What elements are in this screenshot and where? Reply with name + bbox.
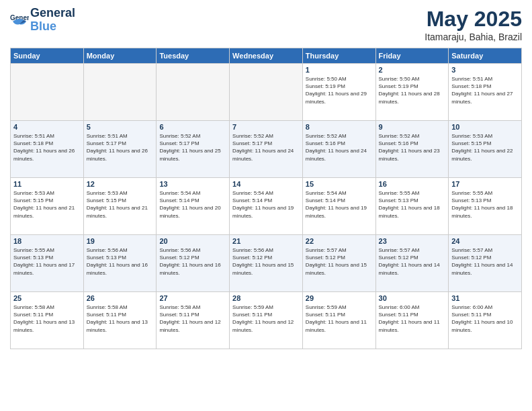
day-info: Sunrise: 5:53 AMSunset: 5:15 PMDaylight:…: [13, 189, 81, 220]
day-number: 14: [232, 180, 300, 188]
day-info: Sunrise: 5:52 AMSunset: 5:16 PMDaylight:…: [379, 132, 446, 163]
day-number: 5: [87, 123, 154, 131]
day-info: Sunrise: 5:54 AMSunset: 5:14 PMDaylight:…: [306, 189, 373, 220]
calendar-cell: 8Sunrise: 5:52 AMSunset: 5:16 PMDaylight…: [302, 121, 375, 178]
day-number: 31: [451, 294, 519, 302]
col-tuesday: Tuesday: [157, 48, 230, 64]
logo: General GeneralBlue: [10, 7, 75, 34]
day-number: 23: [379, 237, 446, 245]
col-saturday: Saturday: [449, 48, 522, 64]
calendar-cell: 22Sunrise: 5:57 AMSunset: 5:12 PMDayligh…: [302, 235, 375, 292]
col-thursday: Thursday: [302, 48, 375, 64]
day-number: 9: [379, 123, 446, 131]
calendar-cell: 1Sunrise: 5:50 AMSunset: 5:19 PMDaylight…: [302, 64, 375, 121]
day-number: 29: [306, 294, 373, 302]
day-number: 1: [306, 66, 373, 74]
day-number: 12: [87, 180, 154, 188]
page-container: General GeneralBlue May 2025 Itamaraju, …: [0, 0, 532, 356]
day-number: 3: [451, 66, 519, 74]
day-info: Sunrise: 5:56 AMSunset: 5:12 PMDaylight:…: [232, 246, 300, 277]
day-info: Sunrise: 5:56 AMSunset: 5:13 PMDaylight:…: [87, 246, 154, 277]
calendar-week-5: 25Sunrise: 5:58 AMSunset: 5:11 PMDayligh…: [11, 292, 522, 349]
day-number: 4: [13, 123, 81, 131]
calendar-cell: 24Sunrise: 5:57 AMSunset: 5:12 PMDayligh…: [449, 235, 522, 292]
day-number: 17: [451, 180, 519, 188]
day-number: 22: [306, 237, 373, 245]
day-info: Sunrise: 5:53 AMSunset: 5:15 PMDaylight:…: [451, 132, 519, 163]
day-number: 26: [87, 294, 154, 302]
col-monday: Monday: [83, 48, 157, 64]
day-number: 6: [159, 123, 226, 131]
col-sunday: Sunday: [11, 48, 84, 64]
day-info: Sunrise: 5:51 AMSunset: 5:18 PMDaylight:…: [451, 75, 519, 105]
calendar-cell: 9Sunrise: 5:52 AMSunset: 5:16 PMDaylight…: [375, 121, 449, 178]
day-info: Sunrise: 5:50 AMSunset: 5:19 PMDaylight:…: [379, 75, 446, 105]
calendar-cell: 13Sunrise: 5:54 AMSunset: 5:14 PMDayligh…: [157, 178, 230, 235]
day-info: Sunrise: 5:58 AMSunset: 5:11 PMDaylight:…: [13, 304, 81, 334]
day-info: Sunrise: 5:51 AMSunset: 5:17 PMDaylight:…: [87, 132, 154, 163]
calendar-cell: 7Sunrise: 5:52 AMSunset: 5:17 PMDaylight…: [230, 121, 303, 178]
calendar-cell: 11Sunrise: 5:53 AMSunset: 5:15 PMDayligh…: [11, 178, 84, 235]
day-number: 16: [379, 180, 446, 188]
calendar-cell: 16Sunrise: 5:55 AMSunset: 5:13 PMDayligh…: [375, 178, 449, 235]
day-info: Sunrise: 6:00 AMSunset: 5:11 PMDaylight:…: [379, 304, 446, 334]
day-number: 13: [159, 180, 226, 188]
calendar-cell: 19Sunrise: 5:56 AMSunset: 5:13 PMDayligh…: [83, 235, 157, 292]
day-info: Sunrise: 5:57 AMSunset: 5:12 PMDaylight:…: [451, 246, 519, 277]
day-number: 15: [306, 180, 373, 188]
day-number: 25: [13, 294, 81, 302]
calendar-cell: 27Sunrise: 5:58 AMSunset: 5:11 PMDayligh…: [157, 292, 230, 349]
calendar-cell: 15Sunrise: 5:54 AMSunset: 5:14 PMDayligh…: [302, 178, 375, 235]
calendar-week-3: 11Sunrise: 5:53 AMSunset: 5:15 PMDayligh…: [11, 178, 522, 235]
day-info: Sunrise: 5:57 AMSunset: 5:12 PMDaylight:…: [379, 246, 446, 277]
logo-text: GeneralBlue: [30, 7, 75, 34]
day-number: 18: [13, 237, 81, 245]
day-number: 27: [159, 294, 226, 302]
day-number: 7: [232, 123, 300, 131]
calendar-cell: [83, 64, 157, 121]
calendar-cell: 14Sunrise: 5:54 AMSunset: 5:14 PMDayligh…: [230, 178, 303, 235]
calendar-week-4: 18Sunrise: 5:55 AMSunset: 5:13 PMDayligh…: [11, 235, 522, 292]
calendar-cell: 23Sunrise: 5:57 AMSunset: 5:12 PMDayligh…: [375, 235, 449, 292]
calendar-cell: 17Sunrise: 5:55 AMSunset: 5:13 PMDayligh…: [449, 178, 522, 235]
calendar-cell: 18Sunrise: 5:55 AMSunset: 5:13 PMDayligh…: [11, 235, 84, 292]
calendar-cell: [157, 64, 230, 121]
day-number: 21: [232, 237, 300, 245]
calendar-cell: 30Sunrise: 6:00 AMSunset: 5:11 PMDayligh…: [375, 292, 449, 349]
header-row: Sunday Monday Tuesday Wednesday Thursday…: [11, 48, 522, 64]
day-info: Sunrise: 5:52 AMSunset: 5:16 PMDaylight:…: [306, 132, 373, 163]
calendar-table: Sunday Monday Tuesday Wednesday Thursday…: [10, 48, 522, 349]
day-number: 30: [379, 294, 446, 302]
day-info: Sunrise: 5:53 AMSunset: 5:15 PMDaylight:…: [87, 189, 154, 220]
day-number: 2: [379, 66, 446, 74]
day-info: Sunrise: 5:57 AMSunset: 5:12 PMDaylight:…: [306, 246, 373, 277]
day-info: Sunrise: 5:56 AMSunset: 5:12 PMDaylight:…: [159, 246, 226, 277]
calendar-cell: 31Sunrise: 6:00 AMSunset: 5:11 PMDayligh…: [449, 292, 522, 349]
col-friday: Friday: [375, 48, 449, 64]
calendar-cell: 21Sunrise: 5:56 AMSunset: 5:12 PMDayligh…: [230, 235, 303, 292]
calendar-cell: [230, 64, 303, 121]
calendar-cell: 28Sunrise: 5:59 AMSunset: 5:11 PMDayligh…: [230, 292, 303, 349]
day-info: Sunrise: 5:54 AMSunset: 5:14 PMDaylight:…: [159, 189, 226, 220]
calendar-cell: 26Sunrise: 5:58 AMSunset: 5:11 PMDayligh…: [83, 292, 157, 349]
day-number: 28: [232, 294, 300, 302]
calendar-cell: 12Sunrise: 5:53 AMSunset: 5:15 PMDayligh…: [83, 178, 157, 235]
day-info: Sunrise: 5:50 AMSunset: 5:19 PMDaylight:…: [306, 75, 373, 105]
day-info: Sunrise: 5:55 AMSunset: 5:13 PMDaylight:…: [451, 189, 519, 220]
calendar-cell: 20Sunrise: 5:56 AMSunset: 5:12 PMDayligh…: [157, 235, 230, 292]
day-info: Sunrise: 5:59 AMSunset: 5:11 PMDaylight:…: [306, 304, 373, 334]
calendar-cell: 29Sunrise: 5:59 AMSunset: 5:11 PMDayligh…: [302, 292, 375, 349]
day-info: Sunrise: 5:51 AMSunset: 5:18 PMDaylight:…: [13, 132, 81, 163]
day-info: Sunrise: 5:58 AMSunset: 5:11 PMDaylight:…: [159, 304, 226, 334]
calendar-week-2: 4Sunrise: 5:51 AMSunset: 5:18 PMDaylight…: [11, 121, 522, 178]
day-info: Sunrise: 5:54 AMSunset: 5:14 PMDaylight:…: [232, 189, 300, 220]
day-info: Sunrise: 5:59 AMSunset: 5:11 PMDaylight:…: [232, 304, 300, 334]
col-wednesday: Wednesday: [230, 48, 303, 64]
day-number: 8: [306, 123, 373, 131]
day-info: Sunrise: 5:55 AMSunset: 5:13 PMDaylight:…: [379, 189, 446, 220]
day-number: 24: [451, 237, 519, 245]
calendar-cell: 6Sunrise: 5:52 AMSunset: 5:17 PMDaylight…: [157, 121, 230, 178]
calendar-cell: 2Sunrise: 5:50 AMSunset: 5:19 PMDaylight…: [375, 64, 449, 121]
calendar-cell: 25Sunrise: 5:58 AMSunset: 5:11 PMDayligh…: [11, 292, 84, 349]
month-title: May 2025: [425, 7, 522, 32]
